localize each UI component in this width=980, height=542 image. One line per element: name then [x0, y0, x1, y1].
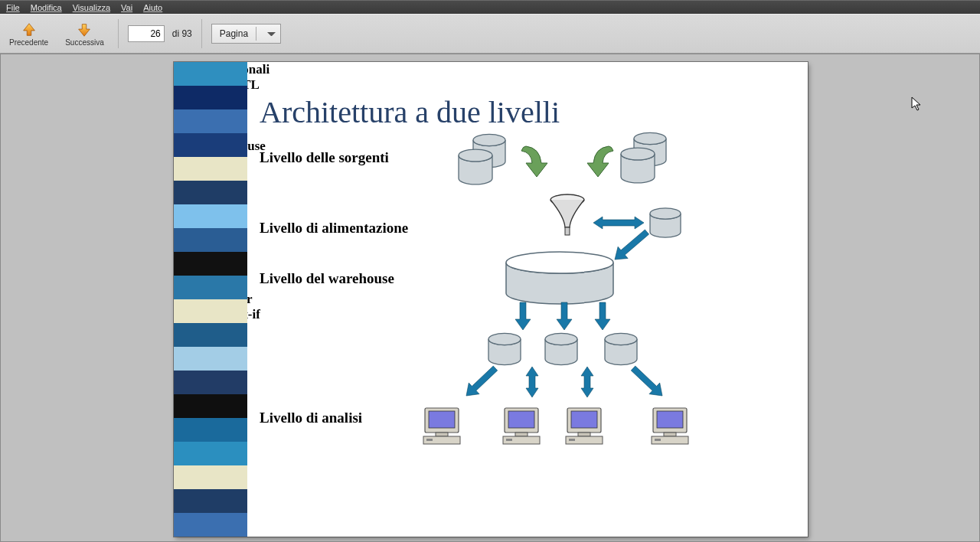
page-input[interactable] [128, 25, 165, 42]
separator [201, 19, 202, 48]
fit-label: Pagina [220, 28, 248, 39]
menubar: File Modifica Visualizza Vai Aiuto [0, 0, 980, 14]
svg-rect-28 [664, 433, 676, 436]
menu-file[interactable]: File [6, 3, 20, 12]
svg-rect-22 [571, 411, 597, 428]
svg-rect-12 [429, 411, 455, 428]
svg-rect-29 [652, 436, 688, 444]
next-label: Successiva [65, 38, 104, 47]
chevron-down-icon [267, 32, 276, 36]
fit-dropdown[interactable]: Pagina [211, 24, 281, 44]
svg-point-8 [488, 333, 521, 344]
slide-page: Architettura a due livelli Livello delle… [174, 62, 808, 537]
next-button[interactable]: Successiva [60, 20, 109, 48]
label-sorgenti: Livello delle sorgenti [260, 149, 389, 166]
page-total: di 93 [172, 28, 192, 39]
svg-rect-20 [506, 439, 512, 441]
label-dati-operazionali: Dati operazionali [174, 62, 808, 77]
svg-rect-21 [567, 408, 601, 433]
label-analisi: Livello di analisi [260, 410, 362, 426]
arrow-up-icon [21, 21, 38, 38]
toolbar: Precedente Successiva di 93 Pagina [0, 14, 980, 54]
svg-rect-15 [426, 439, 433, 441]
decorative-stripe [174, 62, 247, 537]
svg-rect-26 [653, 408, 687, 433]
prev-button[interactable]: Precedente [5, 20, 53, 48]
mouse-cursor-icon [911, 96, 923, 112]
svg-rect-14 [423, 436, 460, 444]
svg-rect-27 [657, 411, 683, 428]
label-strumenti-etl: Strumenti ETL [174, 77, 808, 93]
svg-rect-19 [503, 436, 540, 444]
svg-rect-23 [578, 433, 590, 436]
svg-rect-13 [436, 433, 448, 436]
menu-edit[interactable]: Modifica [31, 3, 62, 12]
svg-rect-30 [655, 439, 661, 441]
svg-rect-16 [505, 408, 538, 433]
svg-rect-18 [515, 433, 528, 436]
slide-title: Architettura a due livelli [260, 94, 560, 130]
menu-help[interactable]: Aiuto [143, 3, 162, 12]
arrow-down-icon [76, 21, 93, 38]
menu-go[interactable]: Vai [121, 3, 132, 12]
svg-rect-25 [569, 439, 575, 441]
separator [118, 19, 119, 48]
svg-rect-11 [425, 408, 459, 433]
label-warehouse: Livello del warehouse [260, 270, 394, 287]
viewport[interactable]: Architettura a due livelli Livello delle… [0, 54, 980, 542]
prev-label: Precedente [9, 38, 48, 47]
svg-point-10 [605, 333, 637, 344]
label-whatif: Strumenti per l'analisi what-if [174, 292, 808, 322]
svg-rect-24 [566, 436, 603, 444]
label-report: Strumenti di reportistica [174, 169, 808, 215]
menu-view[interactable]: Visualizza [73, 3, 110, 12]
label-alimentazione: Livello di alimentazione [260, 220, 408, 237]
svg-point-9 [545, 333, 577, 344]
svg-rect-17 [508, 411, 534, 428]
